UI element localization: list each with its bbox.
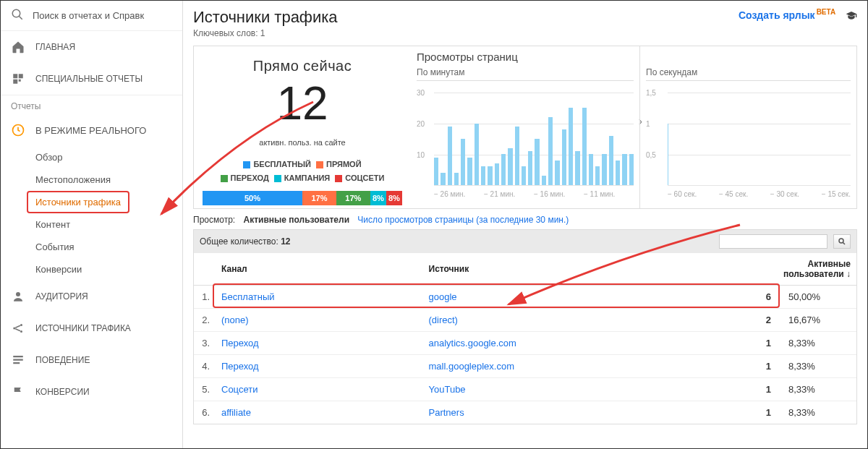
svg-rect-13 bbox=[13, 362, 20, 364]
view-label: Просмотр: bbox=[193, 215, 235, 225]
search-input[interactable] bbox=[33, 10, 148, 21]
search-icon bbox=[11, 8, 24, 23]
nav-audience[interactable]: АУДИТОРИЯ bbox=[1, 281, 182, 312]
table-row[interactable]: 5. Соцсети YouTube 1 8,33% bbox=[194, 377, 856, 401]
col-active-users[interactable]: Активные пользователи ↓ bbox=[741, 253, 856, 286]
col-channel[interactable]: Канал bbox=[216, 253, 423, 286]
row-channel[interactable]: (none) bbox=[216, 308, 423, 331]
svg-rect-2 bbox=[13, 74, 17, 78]
row-active: 1 bbox=[741, 354, 777, 377]
svg-point-8 bbox=[13, 328, 15, 330]
reports-section-label: Отчеты bbox=[1, 95, 182, 114]
view-toggle: Просмотр: Активные пользователи Число пр… bbox=[193, 215, 857, 225]
svg-rect-12 bbox=[13, 359, 23, 361]
pageviews-minutes-panel: Просмотры страниц По минутам 30 20 10 − … bbox=[411, 46, 639, 208]
legend-referral: ПЕРЕХОД bbox=[231, 172, 269, 185]
sub-locations[interactable]: Местоположения bbox=[35, 168, 182, 191]
nav-realtime[interactable]: В РЕЖИМЕ РЕАЛЬНОГО bbox=[1, 114, 182, 146]
page-title: Источники трафика bbox=[193, 8, 338, 27]
row-channel[interactable]: Переход bbox=[216, 331, 423, 354]
row-percent: 8,33% bbox=[777, 401, 856, 424]
sidebar: ГЛАВНАЯ СПЕЦИАЛЬНЫЕ ОТЧЕТЫ Отчеты В РЕЖИ… bbox=[1, 1, 183, 448]
row-channel[interactable]: Бесплатный bbox=[216, 285, 423, 308]
nav-special-reports[interactable]: СПЕЦИАЛЬНЫЕ ОТЧЕТЫ bbox=[1, 63, 182, 95]
x-label: − 11 мин. bbox=[584, 190, 615, 198]
sub-content[interactable]: Контент bbox=[35, 213, 182, 236]
row-source[interactable]: YouTube bbox=[423, 377, 741, 401]
svg-point-9 bbox=[20, 324, 22, 326]
nav-home[interactable]: ГЛАВНАЯ bbox=[1, 31, 182, 63]
right-now-title: Прямо сейчас bbox=[198, 58, 407, 74]
x-label: − 21 мин. bbox=[484, 190, 515, 198]
table-search-input[interactable] bbox=[719, 234, 827, 249]
x-label: − 26 мин. bbox=[434, 190, 465, 198]
active-users-count: 12 bbox=[198, 80, 407, 127]
graduation-cap-icon[interactable] bbox=[846, 10, 857, 22]
row-active: 1 bbox=[741, 401, 777, 424]
channel-legend: БЕСПЛАТНЫЙ ПРЯМОЙ ПЕРЕХОД КАМПАНИЯ СОЦСЕ… bbox=[198, 158, 407, 187]
row-source[interactable]: analytics.google.com bbox=[423, 331, 741, 354]
row-active: 6 bbox=[741, 285, 777, 308]
person-icon bbox=[11, 289, 25, 304]
svg-point-10 bbox=[20, 330, 22, 333]
col-source[interactable]: Источник bbox=[423, 253, 741, 286]
nav-behavior-label: ПОВЕДЕНИЕ bbox=[35, 355, 90, 365]
row-source[interactable]: (direct) bbox=[423, 308, 741, 331]
nav-conversions-label: КОНВЕРСИИ bbox=[35, 387, 90, 397]
sub-events[interactable]: События bbox=[35, 236, 182, 258]
beta-badge: BETA bbox=[817, 8, 835, 16]
row-channel[interactable]: Соцсети bbox=[216, 377, 423, 401]
y-label: 10 bbox=[417, 151, 425, 159]
y-label: 30 bbox=[417, 89, 425, 97]
legend-direct: ПРЯМОЙ bbox=[326, 158, 362, 171]
svg-rect-5 bbox=[19, 80, 21, 82]
nav-traffic[interactable]: ИСТОЧНИКИ ТРАФИКА bbox=[1, 312, 182, 344]
legend-organic: БЕСПЛАТНЫЙ bbox=[253, 158, 311, 171]
table-search-button[interactable] bbox=[833, 234, 851, 249]
row-source[interactable]: google bbox=[423, 285, 741, 308]
minutes-chart: 30 20 10 − 26 мин. − 21 мин. − 16 мин. −… bbox=[417, 84, 634, 200]
sources-table: Общее количество: 12 Канал Источник Акти… bbox=[193, 229, 857, 424]
row-active: 2 bbox=[741, 308, 777, 331]
per-second-label: По секундам bbox=[646, 67, 851, 81]
page-subtitle: Ключевых слов: 1 bbox=[193, 28, 338, 38]
row-source[interactable]: mall.googleplex.com bbox=[423, 354, 741, 377]
row-percent: 50,00% bbox=[777, 285, 856, 308]
distribution-bar: 50%17%17%8%8% bbox=[203, 191, 402, 205]
row-channel[interactable]: Переход bbox=[216, 354, 423, 377]
row-active: 1 bbox=[741, 331, 777, 354]
total-label: Общее количество: bbox=[200, 236, 278, 247]
row-percent: 8,33% bbox=[777, 331, 856, 354]
total-row: Общее количество: 12 bbox=[194, 230, 856, 253]
table-row[interactable]: 4. Переход mall.googleplex.com 1 8,33% bbox=[194, 354, 856, 377]
svg-point-7 bbox=[16, 292, 20, 296]
row-index: 6. bbox=[194, 401, 216, 424]
right-now-panel: Прямо сейчас 12 активн. польз. на сайте … bbox=[194, 46, 411, 208]
seconds-chart: 1,5 1 0,5 − 60 сек. − 45 сек. − 30 сек. … bbox=[646, 84, 851, 200]
legend-campaign: КАМПАНИЯ bbox=[284, 172, 330, 185]
main: Источники трафика Ключевых слов: 1 Созда… bbox=[183, 1, 867, 448]
y-label: 1 bbox=[646, 120, 650, 128]
row-source[interactable]: Partners bbox=[423, 401, 741, 424]
table-row[interactable]: 2. (none) (direct) 2 16,67% bbox=[194, 308, 856, 331]
nav-behavior[interactable]: ПОВЕДЕНИЕ bbox=[1, 344, 182, 376]
view-active[interactable]: Активные пользователи bbox=[243, 215, 349, 225]
total-value: 12 bbox=[281, 236, 290, 247]
sub-traffic-sources[interactable]: Источники трафика bbox=[27, 191, 129, 213]
pageviews-title: Просмотры страниц bbox=[417, 46, 634, 67]
realtime-panels: Прямо сейчас 12 активн. польз. на сайте … bbox=[193, 46, 857, 209]
x-label: − 60 сек. bbox=[668, 190, 697, 198]
sub-overview[interactable]: Обзор bbox=[35, 146, 182, 168]
flag-icon bbox=[11, 385, 25, 399]
view-pageviews-link[interactable]: Число просмотров страницы (за последние … bbox=[357, 215, 569, 225]
row-channel[interactable]: affiliate bbox=[216, 401, 423, 424]
sub-conversions[interactable]: Конверсии bbox=[35, 258, 182, 281]
nav-conversions[interactable]: КОНВЕРСИИ bbox=[1, 376, 182, 408]
pageviews-seconds-panel: . По секундам 1,5 1 0,5 − 60 сек. − 45 с… bbox=[639, 46, 856, 208]
share-icon bbox=[11, 321, 25, 335]
table-row[interactable]: 3. Переход analytics.google.com 1 8,33% bbox=[194, 331, 856, 354]
table-row[interactable]: 1. Бесплатный google 6 50,00% bbox=[194, 285, 856, 308]
table-row[interactable]: 6. affiliate Partners 1 8,33% bbox=[194, 401, 856, 424]
svg-point-0 bbox=[12, 9, 20, 17]
create-shortcut-link[interactable]: Создать ярлыкBETA bbox=[739, 9, 838, 21]
